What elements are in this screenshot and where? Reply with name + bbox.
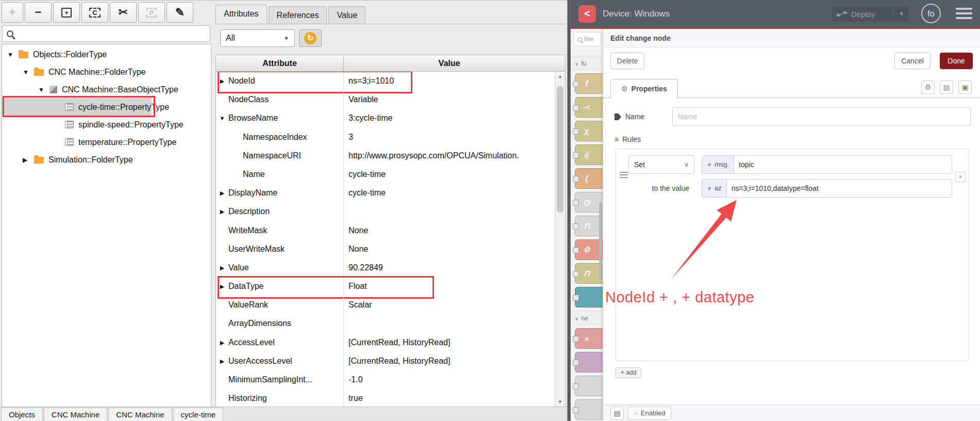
delete-button[interactable]: Delete bbox=[610, 53, 644, 69]
bottom-tab[interactable]: Objects bbox=[1, 408, 43, 421]
scroll-up-icon[interactable]: ▲ bbox=[555, 72, 565, 81]
refresh-button[interactable]: ↻ bbox=[299, 29, 322, 47]
palette-search-box[interactable]: filte bbox=[574, 32, 601, 46]
palette-node[interactable]: χ bbox=[575, 121, 603, 141]
tree-item[interactable]: ▼CNC Machine::FolderType bbox=[2, 63, 211, 80]
cut-button[interactable]: ✂ bbox=[110, 2, 137, 23]
tab-properties[interactable]: ⚙Properties bbox=[610, 79, 678, 98]
attribute-row[interactable]: ▶Description bbox=[216, 202, 555, 221]
deploy-options-chevron-icon[interactable]: ▼ bbox=[893, 6, 909, 22]
bottom-tab[interactable]: cycle-time bbox=[173, 408, 224, 421]
scrollbar-thumb[interactable] bbox=[557, 86, 563, 213]
new-object-button[interactable]: + bbox=[53, 2, 80, 23]
rule-value-text-input[interactable] bbox=[727, 180, 952, 197]
deploy-button[interactable]: Deploy ▼ bbox=[831, 6, 909, 22]
bottom-tab[interactable]: CNC Machine bbox=[44, 408, 107, 421]
expander-icon[interactable]: ▼ bbox=[38, 81, 49, 99]
remove-node-button[interactable]: − bbox=[25, 2, 52, 23]
palette-node[interactable]: -< bbox=[575, 97, 603, 118]
attribute-row[interactable]: UserWriteMaskNone bbox=[216, 240, 555, 258]
attribute-row[interactable]: ▶NodeIdns=3;i=1010 bbox=[216, 72, 555, 90]
cancel-button[interactable]: Cancel bbox=[894, 53, 931, 69]
attribute-row[interactable]: ValueRankScalar bbox=[216, 296, 555, 314]
tree-item[interactable]: ▼Objects::FolderType bbox=[2, 45, 211, 63]
attribute-row[interactable]: Namecycle-time bbox=[216, 165, 555, 184]
value-type-button[interactable]: ▼az bbox=[702, 180, 727, 197]
tab-attributes[interactable]: Attributes bbox=[215, 5, 267, 24]
rule-action-select[interactable]: Set ∨ bbox=[628, 155, 694, 174]
library-icon[interactable]: ▤ bbox=[610, 407, 624, 420]
attribute-row[interactable]: ▶AccessLevel[CurrentRead, HistoryRead] bbox=[216, 333, 555, 352]
attribute-row[interactable]: Historizingtrue bbox=[216, 389, 555, 407]
tree-item[interactable]: spindle-speed::PropertyType bbox=[2, 116, 211, 133]
tab-references[interactable]: References bbox=[269, 6, 327, 24]
attribute-row[interactable]: ArrayDimensions bbox=[216, 314, 555, 333]
palette-node[interactable]: f bbox=[575, 73, 603, 94]
attribute-row[interactable]: ▶Value90.22849 bbox=[216, 258, 555, 277]
name-input[interactable] bbox=[672, 107, 971, 126]
delete-rule-icon[interactable]: × bbox=[955, 172, 966, 182]
node-settings-icon[interactable]: ⚙ bbox=[921, 80, 935, 94]
tree-item[interactable]: temperature::PropertyType bbox=[2, 133, 211, 151]
done-button[interactable]: Done bbox=[940, 53, 973, 69]
palette-node[interactable]: ⚙ bbox=[575, 239, 603, 260]
attribute-row[interactable]: WriteMaskNone bbox=[216, 221, 555, 240]
user-avatar[interactable]: fo bbox=[921, 4, 941, 23]
drag-handle-icon[interactable] bbox=[620, 172, 628, 173]
property-type-button[interactable]: ▼msg. bbox=[702, 156, 734, 173]
tree-item[interactable]: cycle-time::PropertyType bbox=[2, 98, 211, 116]
enabled-toggle[interactable]: ○Enabled bbox=[628, 407, 671, 420]
expander-icon[interactable]: ▼ bbox=[7, 46, 19, 63]
palette-node[interactable]: ⊓ bbox=[575, 216, 603, 236]
row-expander-icon[interactable]: ▶ bbox=[216, 352, 228, 370]
rule-property-value-input[interactable] bbox=[734, 156, 952, 173]
palette-node[interactable] bbox=[575, 399, 603, 420]
add-rule-button[interactable]: + add bbox=[616, 367, 641, 378]
attribute-name: MinimumSamplingInt... bbox=[228, 370, 312, 389]
row-expander-icon[interactable]: ▼ bbox=[216, 109, 228, 127]
attribute-row[interactable]: NamespaceURIhttp://www.prosysopc.com/OPC… bbox=[216, 147, 555, 165]
palette-category[interactable]: ∨ne bbox=[571, 311, 603, 325]
palette-scrollbar-thumb[interactable] bbox=[599, 202, 602, 280]
attribute-row[interactable]: NodeClassVariable bbox=[216, 90, 555, 109]
tab-value[interactable]: Value bbox=[328, 6, 366, 24]
row-expander-icon[interactable]: ▶ bbox=[216, 258, 228, 277]
attributes-scrollbar[interactable]: ▲ ▼ bbox=[555, 72, 565, 407]
palette-node[interactable]: ◷ bbox=[575, 192, 603, 213]
palette-node[interactable]: { bbox=[575, 168, 603, 189]
attribute-name: ArrayDimensions bbox=[228, 314, 291, 333]
row-expander-icon[interactable]: ▶ bbox=[216, 333, 228, 352]
expander-icon[interactable]: ▼ bbox=[23, 63, 34, 81]
attribute-row[interactable]: ▼BrowseName3:cycle-time bbox=[216, 109, 555, 127]
attribute-row[interactable]: ▶DataTypeFloat bbox=[216, 277, 555, 296]
row-expander-icon[interactable]: ▶ bbox=[216, 202, 228, 221]
palette-category[interactable]: ∨fu bbox=[571, 56, 603, 70]
attribute-row[interactable]: NamespaceIndex3 bbox=[216, 128, 555, 147]
tree-item[interactable]: ▼CNC Machine::BaseObjectType bbox=[2, 80, 211, 98]
tree-search-input[interactable] bbox=[13, 26, 210, 41]
palette-node[interactable]: » bbox=[575, 328, 603, 349]
attribute-row[interactable]: ▶DisplayNamecycle-time bbox=[216, 184, 555, 202]
copy-button[interactable]: C bbox=[81, 2, 108, 23]
appearance-icon[interactable]: ▣ bbox=[958, 80, 972, 94]
edit-button[interactable]: ✎ bbox=[167, 2, 193, 23]
tree-item[interactable]: ▶Simulation::FolderType bbox=[2, 151, 211, 168]
description-icon[interactable]: ▤ bbox=[940, 80, 953, 94]
palette-node[interactable] bbox=[575, 287, 603, 307]
palette-node[interactable]: ij bbox=[575, 144, 603, 165]
palette-node[interactable] bbox=[575, 352, 603, 373]
bottom-tab[interactable]: CNC Machine bbox=[108, 408, 172, 421]
add-node-button[interactable]: + bbox=[2, 2, 23, 23]
attribute-row[interactable]: MinimumSamplingInt...-1.0 bbox=[216, 370, 555, 389]
paste-button[interactable]: P bbox=[138, 2, 165, 23]
row-expander-icon[interactable]: ▶ bbox=[216, 72, 228, 90]
scroll-down-icon[interactable]: ▼ bbox=[555, 397, 565, 407]
attribute-row[interactable]: ▶UserAccessLevel[CurrentRead, HistoryRea… bbox=[216, 352, 555, 370]
attribute-filter-select[interactable]: All ▼ bbox=[220, 29, 295, 47]
expander-icon[interactable]: ▶ bbox=[23, 151, 34, 169]
row-expander-icon[interactable]: ▶ bbox=[216, 277, 228, 296]
palette-node[interactable] bbox=[575, 376, 603, 396]
main-menu-icon[interactable] bbox=[956, 8, 972, 22]
row-expander-icon[interactable]: ▶ bbox=[216, 184, 228, 202]
palette-node[interactable]: ⊓ bbox=[575, 263, 603, 284]
